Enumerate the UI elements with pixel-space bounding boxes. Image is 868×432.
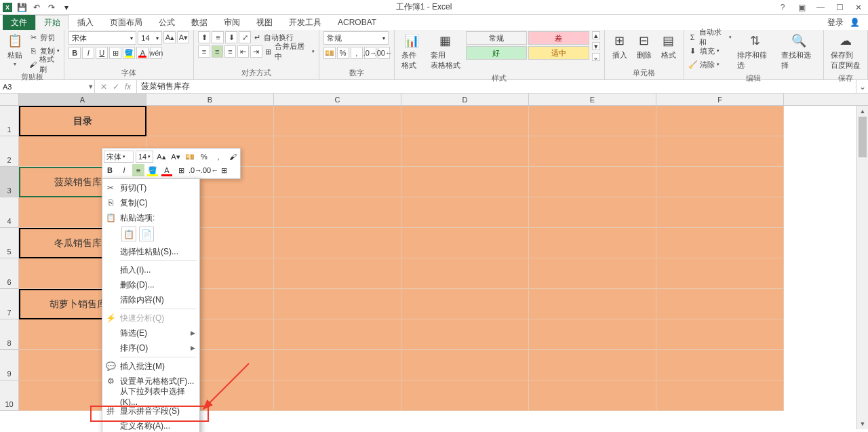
menu-clear-contents[interactable]: 清除内容(N)	[102, 292, 199, 307]
menu-copy[interactable]: ⎘复制(C)	[102, 195, 199, 210]
fill-color-button[interactable]: 🪣	[123, 47, 135, 59]
menu-insert[interactable]: 插入(I)...	[102, 262, 199, 277]
cell-D6[interactable]	[401, 258, 529, 289]
cell-C1[interactable]	[274, 106, 401, 136]
row-header-3[interactable]: 3	[0, 167, 19, 197]
cell-F7[interactable]	[656, 289, 784, 319]
cell-D8[interactable]	[401, 319, 529, 350]
row-header-6[interactable]: 6	[0, 258, 19, 289]
cell-D4[interactable]	[401, 197, 529, 228]
menu-sort[interactable]: 排序(O)▶	[102, 340, 199, 355]
increase-font-button[interactable]: A▴	[163, 31, 176, 43]
style-good[interactable]: 好	[466, 46, 527, 60]
row-header-8[interactable]: 8	[0, 319, 19, 350]
paste-option-keep-source[interactable]: 📋	[121, 227, 136, 241]
mini-size-combo[interactable]: 14▾	[136, 151, 153, 163]
mini-painter[interactable]: 🖌	[226, 151, 239, 163]
align-middle-button[interactable]: ≡	[212, 31, 224, 43]
cell-A1[interactable]: 目录	[19, 106, 146, 136]
comma-button[interactable]: ,	[351, 47, 363, 59]
delete-cells-button[interactable]: ⊟删除	[633, 31, 655, 62]
menu-pick-from-dropdown[interactable]: 从下拉列表中选择(K)...	[102, 389, 199, 404]
decrease-decimal-button[interactable]: .00←	[378, 47, 390, 59]
merge-center-button[interactable]: ⊞合并后居中▾	[264, 45, 315, 58]
cell-E6[interactable]	[529, 258, 656, 289]
save-button[interactable]: 💾	[16, 2, 27, 13]
cell-E10[interactable]	[529, 380, 656, 411]
align-bottom-button[interactable]: ⬇	[225, 31, 237, 43]
cell-C5[interactable]	[274, 228, 401, 258]
cell-D9[interactable]	[401, 350, 529, 380]
dev-tab[interactable]: 开发工具	[281, 15, 330, 30]
cell-F4[interactable]	[656, 197, 784, 228]
paste-option-values[interactable]: 📄	[139, 227, 154, 241]
cell-C9[interactable]	[274, 350, 401, 380]
review-tab[interactable]: 审阅	[216, 15, 248, 30]
cell-F1[interactable]	[656, 106, 784, 136]
style-scroll-up[interactable]: ▴	[592, 31, 600, 39]
cell-D7[interactable]	[401, 289, 529, 319]
style-neutral[interactable]: 适中	[528, 46, 589, 60]
mini-accounting[interactable]: 💴	[184, 151, 196, 163]
number-format-combo[interactable]: 常规▾	[323, 31, 389, 45]
file-tab[interactable]: 文件	[3, 15, 35, 30]
scroll-thumb[interactable]	[859, 117, 867, 157]
enter-formula-button[interactable]: ✓	[113, 82, 119, 92]
conditional-format-button[interactable]: 📊条件格式	[399, 31, 425, 72]
cell-B1[interactable]	[146, 106, 274, 136]
col-header-B[interactable]: B	[146, 94, 274, 105]
menu-show-pinyin[interactable]: 拼显示拼音字段(S)	[102, 404, 199, 418]
cancel-formula-button[interactable]: ✕	[100, 82, 107, 92]
scroll-up-arrow[interactable]: ▲	[857, 106, 868, 117]
orientation-button[interactable]: ⤢	[239, 31, 251, 43]
cell-D3[interactable]	[401, 167, 529, 197]
style-more[interactable]: ⌄	[592, 53, 600, 61]
cell-E3[interactable]	[529, 167, 656, 197]
formula-tab[interactable]: 公式	[151, 15, 183, 30]
border-button[interactable]: ⊞	[109, 47, 121, 59]
decrease-font-button[interactable]: A▾	[177, 31, 189, 43]
font-name-combo[interactable]: 宋体▾	[68, 31, 136, 45]
acrobat-tab[interactable]: ACROBAT	[330, 15, 384, 30]
row-header-2[interactable]: 2	[0, 136, 19, 167]
mini-fill-color[interactable]: 🪣	[146, 164, 159, 176]
cell-F9[interactable]	[656, 350, 784, 380]
mini-italic[interactable]: I	[118, 164, 130, 176]
cell-F6[interactable]	[656, 258, 784, 289]
fx-button[interactable]: fx	[125, 82, 131, 92]
mini-font-color[interactable]: A	[161, 164, 173, 176]
cell-F5[interactable]	[656, 228, 784, 258]
align-right-button[interactable]: ≡	[224, 45, 236, 58]
autosum-button[interactable]: Σ自动求和▾	[688, 31, 732, 43]
style-bad[interactable]: 差	[528, 31, 589, 45]
undo-button[interactable]: ↶	[31, 2, 42, 13]
cell-C7[interactable]	[274, 289, 401, 319]
cell-D10[interactable]	[401, 380, 529, 411]
avatar-icon[interactable]: 👤	[850, 18, 860, 27]
help-button[interactable]: ?	[776, 2, 789, 13]
style-scroll-down[interactable]: ▾	[592, 42, 600, 50]
col-header-C[interactable]: C	[274, 94, 401, 105]
cell-D2[interactable]	[401, 136, 529, 167]
cell-C10[interactable]	[274, 380, 401, 411]
col-header-D[interactable]: D	[401, 94, 529, 105]
cell-E8[interactable]	[529, 319, 656, 350]
format-painter-button[interactable]: 🖌格式刷	[28, 58, 60, 71]
cell-F3[interactable]	[656, 167, 784, 197]
mini-percent[interactable]: %	[198, 151, 210, 163]
name-box[interactable]: A3▾	[0, 80, 95, 93]
close-button[interactable]: ✕	[852, 2, 865, 13]
table-format-button[interactable]: ▦套用 表格格式	[428, 31, 463, 72]
pinyin-button[interactable]: wén	[150, 47, 162, 59]
cell-C2[interactable]	[274, 136, 401, 167]
row-header-7[interactable]: 7	[0, 289, 19, 319]
cell-D1[interactable]	[401, 106, 529, 136]
cell-F8[interactable]	[656, 319, 784, 350]
fill-button[interactable]: ⬇填充▾	[688, 45, 732, 57]
cut-button[interactable]: ✂剪切	[28, 31, 60, 43]
menu-define-name[interactable]: 定义名称(A)...	[102, 418, 199, 432]
mini-bold[interactable]: B	[104, 164, 116, 176]
col-header-A[interactable]: A	[19, 94, 146, 105]
cell-C6[interactable]	[274, 258, 401, 289]
menu-delete[interactable]: 删除(D)...	[102, 277, 199, 292]
